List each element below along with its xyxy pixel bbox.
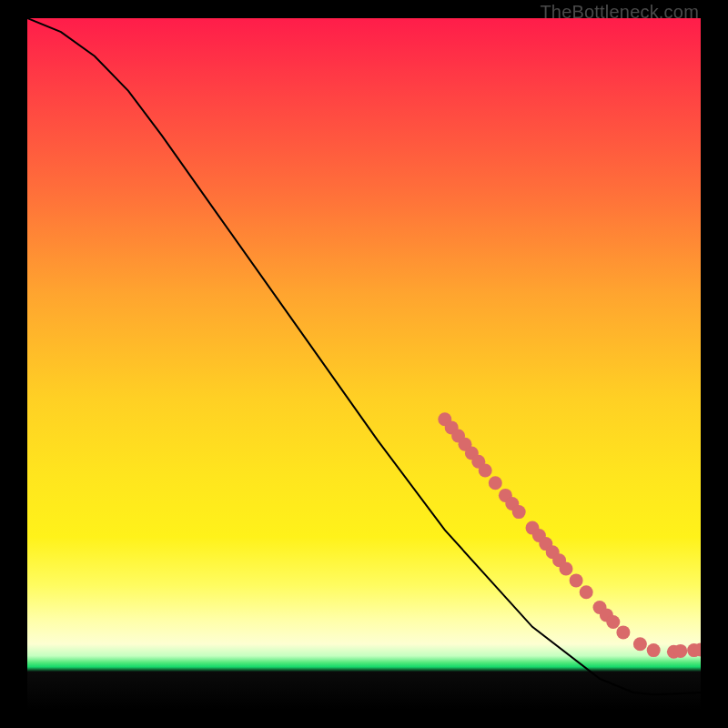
chart-marker	[580, 585, 593, 599]
chart-curve	[27, 18, 701, 694]
chart-marker	[647, 643, 661, 657]
chart-marker	[570, 573, 583, 587]
chart-marker	[560, 562, 573, 576]
chart-marker	[479, 464, 492, 478]
chart-markers-group	[438, 412, 701, 658]
chart-marker	[606, 615, 620, 629]
chart-svg	[27, 18, 701, 710]
chart-marker	[673, 644, 687, 658]
chart-marker	[512, 505, 526, 519]
chart-marker	[616, 625, 630, 639]
chart-marker	[633, 637, 647, 651]
chart-marker	[489, 476, 502, 490]
